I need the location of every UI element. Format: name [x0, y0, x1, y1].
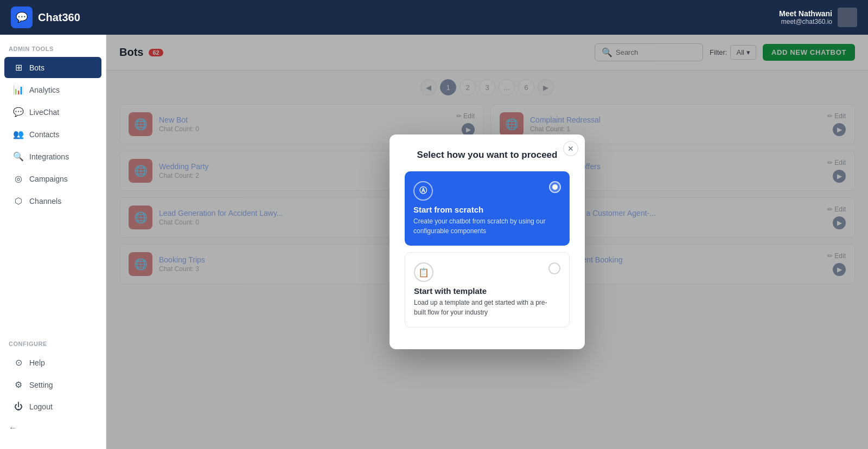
main-layout: ADMIN TOOLS ⊞ Bots 📊 Analytics 💬 LiveCha… [0, 35, 868, 449]
sidebar-item-setting[interactable]: ⚙ Setting [4, 374, 101, 395]
modal-dialog: ✕ Select how you want to proceed Ⓐ Start… [390, 134, 585, 349]
sidebar-item-logout-label: Logout [29, 402, 53, 411]
user-area: Meet Nathwani meet@chat360.io [779, 8, 857, 27]
top-header: 💬 Chat360 Meet Nathwani meet@chat360.io [0, 0, 868, 35]
main-content: Bots 62 🔍 Filter: All ▾ ADD NEW CHATBOT [106, 35, 868, 449]
modal-title: Select how you want to proceed [405, 150, 570, 161]
sidebar-item-integrations[interactable]: 🔍 Integrations [4, 146, 101, 167]
sidebar-item-integrations-label: Integrations [29, 152, 69, 161]
bots-icon: ⊞ [13, 62, 24, 73]
sidebar-item-bots-label: Bots [29, 63, 44, 72]
scratch-radio [549, 181, 561, 193]
logo-text: Chat360 [38, 11, 80, 24]
sidebar-item-campaigns[interactable]: ◎ Campaigns [4, 168, 101, 189]
sidebar-item-livechat[interactable]: 💬 LiveChat [4, 101, 101, 123]
sidebar-item-setting-label: Setting [29, 381, 53, 389]
analytics-icon: 📊 [13, 85, 24, 95]
configure-label: CONFIGURE [0, 341, 106, 351]
campaigns-icon: ◎ [13, 174, 24, 184]
logo-icon: 💬 [11, 7, 33, 28]
template-radio [548, 262, 560, 274]
livechat-icon: 💬 [13, 107, 24, 117]
template-option-icon: 📋 [414, 262, 433, 282]
sidebar-item-help-label: Help [29, 358, 45, 367]
modal-close-button[interactable]: ✕ [563, 141, 578, 156]
start-from-scratch-option[interactable]: Ⓐ Start from scratch Create your chatbot… [405, 171, 570, 246]
sidebar-item-bots[interactable]: ⊞ Bots [4, 57, 101, 78]
avatar [838, 8, 857, 27]
help-icon: ⊙ [13, 357, 24, 368]
logout-icon: ⏻ [13, 402, 24, 412]
start-with-template-option[interactable]: 📋 Start with template Load up a template… [405, 252, 570, 328]
admin-tools-label: ADMIN TOOLS [0, 46, 106, 56]
template-option-title: Start with template [414, 286, 548, 296]
scratch-option-title: Start from scratch [413, 205, 549, 214]
modal-overlay[interactable]: ✕ Select how you want to proceed Ⓐ Start… [106, 35, 868, 449]
sidebar-item-analytics[interactable]: 📊 Analytics [4, 79, 101, 100]
sidebar-item-channels[interactable]: ⬡ Channels [4, 190, 101, 211]
sidebar-item-logout[interactable]: ⏻ Logout [4, 396, 101, 417]
sidebar-item-help[interactable]: ⊙ Help [4, 352, 101, 373]
sidebar-item-livechat-label: LiveChat [29, 108, 59, 117]
logo-area: 💬 Chat360 [11, 7, 80, 28]
template-option-desc: Load up a template and get started with … [414, 298, 548, 317]
scratch-option-desc: Create your chatbot from scratch by usin… [413, 216, 549, 236]
user-name: Meet Nathwani [779, 9, 832, 18]
sidebar-item-campaigns-label: Campaigns [29, 175, 68, 183]
user-email: meet@chat360.io [779, 18, 832, 25]
channels-icon: ⬡ [13, 196, 24, 206]
sidebar-item-analytics-label: Analytics [29, 86, 60, 94]
sidebar-item-contacts[interactable]: 👥 Contacts [4, 124, 101, 145]
contacts-icon: 👥 [13, 129, 24, 139]
sidebar-collapse-arrow[interactable]: ← [0, 418, 106, 438]
sidebar: ADMIN TOOLS ⊞ Bots 📊 Analytics 💬 LiveCha… [0, 35, 106, 449]
integrations-icon: 🔍 [13, 151, 24, 162]
setting-icon: ⚙ [13, 380, 24, 390]
sidebar-item-contacts-label: Contacts [29, 130, 59, 139]
scratch-option-icon: Ⓐ [413, 181, 433, 201]
sidebar-item-channels-label: Channels [29, 197, 61, 206]
